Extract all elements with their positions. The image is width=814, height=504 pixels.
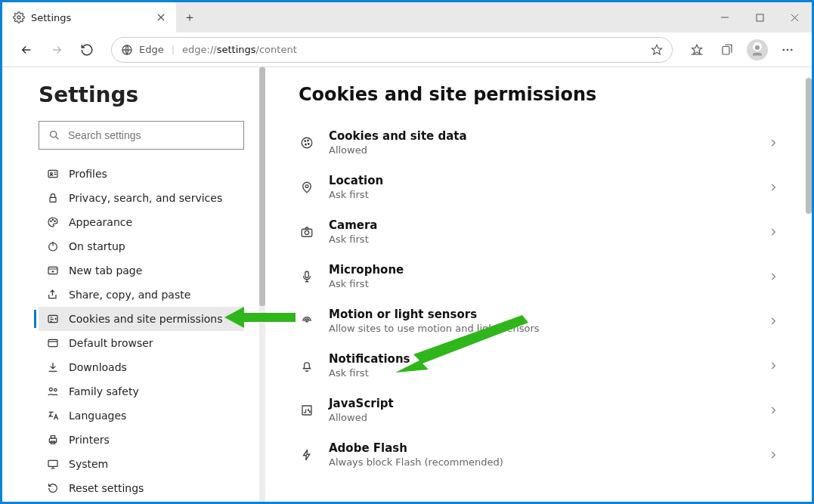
sidebar-item-appearance[interactable]: Appearance — [39, 210, 244, 234]
browser-tab[interactable]: Settings — [2, 2, 176, 32]
sidebar-item-system[interactable]: System — [39, 452, 244, 476]
permission-row-camera[interactable]: Camera Ask first — [299, 209, 778, 254]
svg-rect-13 — [50, 197, 56, 202]
sidebar-item-share-copy-and-paste[interactable]: Share, copy, and paste — [39, 283, 244, 307]
chevron-right-icon — [768, 450, 778, 460]
sidebar-item-privacy-search-and-services[interactable]: Privacy, search, and services — [39, 186, 244, 210]
main-scrollbar[interactable] — [806, 78, 812, 214]
sidebar-item-new-tab-page[interactable]: New tab page — [39, 258, 244, 283]
refresh-button[interactable] — [73, 36, 101, 63]
profile-card-icon — [46, 168, 60, 180]
sidebar-item-printers[interactable]: Printers — [39, 428, 244, 452]
sidebar-item-on-startup[interactable]: On startup — [39, 234, 244, 258]
sidebar-item-family-safety[interactable]: Family safety — [39, 379, 244, 404]
omnibox-sep: | — [172, 44, 175, 55]
camera-icon — [299, 225, 315, 239]
svg-rect-24 — [51, 436, 54, 438]
permission-row-microphone[interactable]: Microphone Ask first — [299, 254, 778, 298]
sidebar-item-label: Family safety — [69, 385, 139, 397]
svg-point-34 — [305, 230, 308, 234]
permission-title: Motion or light sensors — [329, 308, 754, 321]
sidebar-item-profiles[interactable]: Profiles — [39, 162, 244, 186]
permission-row-motion-or-light-sensors[interactable]: Motion or light sensors Allow sites to u… — [299, 298, 778, 343]
permission-title: Location — [329, 174, 754, 187]
language-icon — [46, 410, 60, 422]
search-settings-input[interactable] — [39, 121, 244, 150]
sidebar-item-label: On startup — [69, 240, 125, 252]
gear-icon — [13, 11, 25, 23]
forward-button[interactable] — [43, 36, 70, 63]
svg-point-8 — [787, 48, 789, 51]
sidebar-item-label: Default browser — [69, 337, 153, 349]
share-icon — [46, 289, 60, 301]
search-settings-field[interactable] — [68, 129, 234, 141]
sidebar-item-cookies-and-site-permissions[interactable]: Cookies and site permissions — [39, 307, 244, 331]
sidebar-item-default-browser[interactable]: Default browser — [39, 331, 244, 355]
maximize-button[interactable] — [742, 2, 777, 32]
search-icon — [48, 129, 60, 141]
permission-title: Notifications — [329, 352, 754, 366]
svg-rect-26 — [48, 460, 57, 466]
svg-point-28 — [305, 141, 306, 142]
newtab-icon — [46, 264, 60, 277]
svg-point-12 — [51, 172, 53, 175]
url-text: edge://settings/content — [182, 44, 297, 55]
permission-row-location[interactable]: Location Ask first — [299, 165, 778, 209]
more-button[interactable] — [774, 36, 801, 63]
sidebar-item-label: Languages — [69, 410, 126, 422]
close-window-button[interactable] — [777, 2, 812, 32]
favorite-star-icon[interactable] — [651, 44, 663, 56]
address-bar[interactable]: Edge | edge://settings/content — [111, 37, 673, 63]
download-icon — [46, 361, 60, 373]
permission-subtitle: Allowed — [329, 144, 754, 156]
cookie-icon — [299, 136, 315, 150]
svg-point-6 — [755, 45, 760, 50]
svg-point-9 — [791, 48, 793, 51]
permission-title: Cookies and site data — [329, 129, 754, 143]
favorites-button[interactable] — [683, 36, 710, 63]
site-identity: Edge — [121, 44, 164, 56]
sidebar-item-label: Cookies and site permissions — [69, 313, 223, 325]
chevron-right-icon — [768, 182, 778, 193]
svg-point-16 — [54, 221, 55, 221]
permission-subtitle: Always block Flash (recommended) — [329, 456, 754, 468]
permission-row-javascript[interactable]: JavaScript Allowed — [299, 388, 778, 432]
svg-point-36 — [306, 320, 308, 321]
sidebar-item-label: Privacy, search, and services — [69, 192, 222, 204]
profile-button[interactable] — [744, 36, 771, 63]
palette-icon — [46, 216, 60, 228]
svg-rect-11 — [48, 170, 57, 177]
permission-title: JavaScript — [329, 397, 754, 410]
permission-subtitle: Ask first — [329, 367, 754, 379]
permission-row-adobe-flash[interactable]: Adobe Flash Always block Flash (recommen… — [299, 432, 778, 477]
chevron-right-icon — [768, 360, 778, 371]
sidebar-item-downloads[interactable]: Downloads — [39, 355, 244, 379]
minimize-button[interactable] — [707, 2, 742, 32]
permissions-icon — [46, 313, 60, 325]
bell-icon — [299, 359, 315, 373]
permission-subtitle: Allow sites to use motion and light sens… — [329, 323, 754, 334]
js-icon — [299, 404, 315, 417]
sidebar-item-label: New tab page — [69, 264, 142, 277]
brand-label: Edge — [139, 44, 164, 55]
chevron-right-icon — [768, 138, 778, 148]
collections-button[interactable] — [713, 36, 741, 63]
permission-row-cookies-and-site-data[interactable]: Cookies and site data Allowed — [299, 120, 778, 165]
close-tab-button[interactable] — [153, 10, 169, 25]
svg-point-29 — [308, 140, 309, 141]
permission-row-notifications[interactable]: Notifications Ask first — [299, 343, 778, 388]
sidebar-item-reset-settings[interactable]: Reset settings — [39, 476, 244, 500]
location-icon — [299, 181, 315, 194]
back-button[interactable] — [13, 36, 40, 63]
browser-icon — [46, 337, 60, 349]
svg-point-14 — [51, 221, 51, 221]
permission-subtitle: Ask first — [329, 189, 754, 200]
sidebar-item-languages[interactable]: Languages — [39, 404, 244, 428]
sidebar-scrollbar[interactable] — [259, 67, 265, 502]
family-icon — [46, 385, 60, 397]
settings-main: Cookies and site permissions Cookies and… — [265, 67, 812, 502]
svg-point-0 — [17, 16, 20, 19]
settings-nav: ProfilesPrivacy, search, and servicesApp… — [39, 162, 244, 500]
new-tab-button[interactable]: ＋ — [176, 2, 203, 32]
svg-marker-3 — [652, 45, 661, 54]
